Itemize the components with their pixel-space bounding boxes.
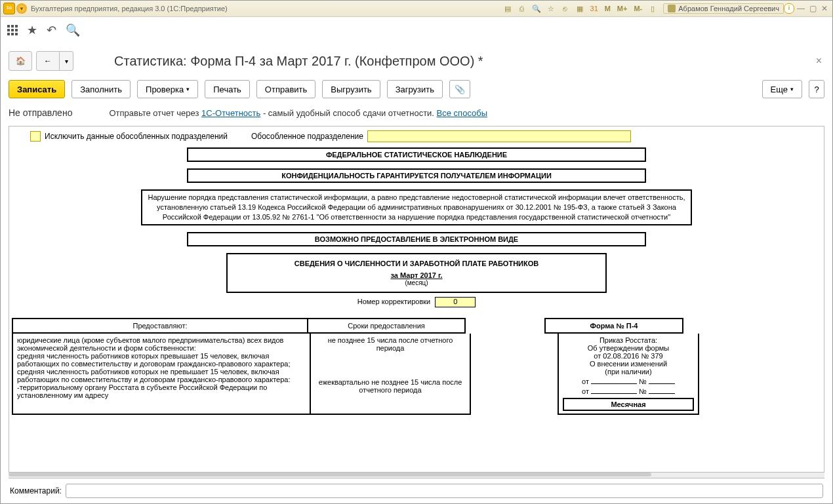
form-warning: Нарушение порядка представления статисти… <box>141 189 692 225</box>
check-button[interactable]: Проверка▾ <box>137 80 198 98</box>
horizontal-scrollbar[interactable] <box>9 472 824 478</box>
calendar-icon[interactable]: 31 <box>589 3 599 14</box>
comment-label: Комментарий: <box>10 486 62 495</box>
m-minus-button[interactable]: M- <box>632 5 643 12</box>
star-icon[interactable]: ☆ <box>546 3 556 14</box>
close-window-button[interactable]: ✕ <box>819 3 830 14</box>
form-header-2: КОНФИДЕНЦИАЛЬНОСТЬ ГАРАНТИРУЕТСЯ ПОЛУЧАТ… <box>187 168 646 183</box>
all-methods-link[interactable]: Все способы <box>437 108 487 118</box>
form-header-1: ФЕДЕРАЛЬНОЕ СТАТИСТИЧЕСКОЕ НАБЛЮДЕНИЕ <box>187 147 646 162</box>
back-dropdown[interactable]: ▾ <box>59 51 73 71</box>
search-icon[interactable]: 🔍 <box>66 23 80 37</box>
form-period-caption: (месяц) <box>233 279 600 286</box>
more-button[interactable]: Еще▾ <box>762 80 802 98</box>
m-plus-button[interactable]: M+ <box>616 5 629 12</box>
comment-row: Комментарий: <box>9 478 824 503</box>
user-chip[interactable]: Абрамов Геннадий Сергеевич <box>663 3 784 14</box>
info-icon[interactable]: i <box>784 3 794 14</box>
status-state: Не отправлено <box>9 107 72 118</box>
minimize-button[interactable]: — <box>796 3 806 14</box>
exclude-label: Исключить данные обособленных подразделе… <box>45 132 228 141</box>
system-icon-3[interactable]: 🔍 <box>531 3 542 14</box>
write-button[interactable]: Записать <box>9 80 65 98</box>
main-toolbar: ★ ↶ 🔍 <box>1 17 832 43</box>
back-button[interactable]: ← <box>36 51 60 71</box>
app-logo-icon: 1c <box>3 3 15 14</box>
app-menu-button[interactable]: ▼ <box>16 3 27 14</box>
window-title: Бухгалтерия предприятия, редакция 3.0 (1… <box>31 5 228 12</box>
monthly-box: Месячная <box>563 398 694 411</box>
status-row: Не отправлено Отправьте отчет через 1С-О… <box>9 105 824 121</box>
maximize-button[interactable]: ▢ <box>807 3 818 14</box>
status-text: Отправьте отчет через 1С-Отчетность - са… <box>109 108 487 118</box>
title-bar: 1c ▼ Бухгалтерия предприятия, редакция 3… <box>1 1 832 17</box>
nav-row: 🏠 ← ▾ Статистика: Форма П-4 за Март 2017… <box>9 51 824 71</box>
import-button[interactable]: Загрузить <box>387 80 443 98</box>
calc-icon[interactable]: ▦ <box>575 3 585 14</box>
action-toolbar: Записать Заполнить Проверка▾ Печать Отпр… <box>9 80 824 98</box>
correction-input[interactable]: 0 <box>435 297 476 307</box>
form-subject: СВЕДЕНИЯ О ЧИСЛЕННОСТИ И ЗАРАБОТНОЙ ПЛАТ… <box>233 260 600 267</box>
apps-grid-icon[interactable] <box>7 25 18 35</box>
col-provide: Предоставляют: <box>12 318 308 334</box>
system-icon-1[interactable]: ▤ <box>502 3 513 14</box>
form-subject-box: СВЕДЕНИЯ О ЧИСЛЕННОСТИ И ЗАРАБОТНОЙ ПЛАТ… <box>226 253 607 293</box>
order-text: Приказ Росстата: Об утверждении формы от… <box>558 334 699 415</box>
attachment-button[interactable]: 📎 <box>449 80 470 98</box>
comment-input[interactable] <box>66 484 823 498</box>
form-period: за Март 2017 г. <box>233 271 600 279</box>
m-button[interactable]: M <box>603 5 612 12</box>
filter-row: Исключить данные обособленных подразделе… <box>12 129 821 147</box>
history-icon[interactable]: ↶ <box>47 23 56 37</box>
close-tab-button[interactable]: × <box>813 52 824 69</box>
exclude-checkbox[interactable] <box>30 131 41 142</box>
separate-unit-input[interactable] <box>367 130 631 142</box>
separate-label: Обособленное подразделение <box>251 132 363 141</box>
reporting-link[interactable]: 1С-Отчетность <box>201 108 260 118</box>
export-button[interactable]: Выгрузить <box>322 80 380 98</box>
correction-label: Номер корректировки <box>357 297 430 305</box>
form-electronic: ВОЗМОЖНО ПРЕДОСТАВЛЕНИЕ В ЭЛЕКТРОННОМ ВИ… <box>187 232 646 246</box>
link-icon[interactable]: ⎋ <box>560 3 571 14</box>
user-icon <box>668 5 676 12</box>
favorites-star-icon[interactable]: ★ <box>27 23 37 37</box>
col-deadline: Сроки предоставления <box>308 318 466 334</box>
deadline-text: не позднее 15 числа после отчетного пери… <box>311 334 471 415</box>
home-button[interactable]: 🏠 <box>9 51 32 71</box>
fill-button[interactable]: Заполнить <box>71 80 131 98</box>
correction-row: Номер корректировки 0 <box>12 297 821 307</box>
system-icon-2[interactable]: ⎙ <box>517 3 527 14</box>
col-form-no: Форма № П-4 <box>544 318 683 334</box>
provide-text: юридические лица (кроме субъектов малого… <box>12 334 311 415</box>
print-button[interactable]: Печать <box>205 80 250 98</box>
help-button[interactable]: ? <box>809 80 824 98</box>
triple-body: юридические лица (кроме субъектов малого… <box>12 334 821 415</box>
page-title: Статистика: Форма П-4 за Март 2017 г. (К… <box>77 54 809 69</box>
panel-icon[interactable]: ▯ <box>647 3 658 14</box>
triple-header: Предоставляют: Сроки предоставления Форм… <box>12 318 821 334</box>
send-button[interactable]: Отправить <box>256 80 315 98</box>
document-area[interactable]: Исключить данные обособленных подразделе… <box>9 126 824 472</box>
user-name: Абрамов Геннадий Сергеевич <box>678 5 779 12</box>
form-document: ФЕДЕРАЛЬНОЕ СТАТИСТИЧЕСКОЕ НАБЛЮДЕНИЕ КО… <box>12 147 821 415</box>
